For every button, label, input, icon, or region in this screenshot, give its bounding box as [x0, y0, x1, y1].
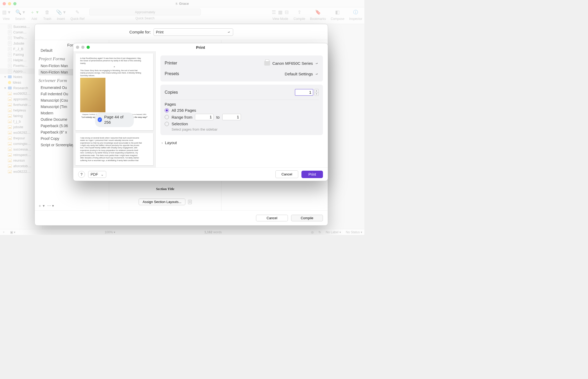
page-indicator-text: Page 44 of 256: [104, 114, 130, 125]
copies-label: Copies: [165, 90, 178, 95]
preview-text-line: experienced so that my prior knowledge w…: [80, 142, 148, 144]
print-dialog-title: Print: [196, 45, 205, 50]
preview-text-line: proficiencies wain. This feels more pain…: [80, 154, 148, 157]
layout-label: Layout: [165, 140, 177, 145]
preview-text-line: I was wrong on several levels when I ass…: [80, 137, 148, 139]
printer-value: Canon MF650C Series: [272, 61, 313, 66]
presets-select[interactable]: Default Settings ▴▾: [285, 71, 319, 76]
preview-text-line: experience proving to be lousy preparati…: [80, 149, 148, 152]
range-from-label: Range from: [172, 115, 192, 119]
copies-input[interactable]: [295, 89, 313, 96]
pdf-dropdown[interactable]: PDF ⌄: [88, 171, 106, 178]
printer-icon: [264, 61, 270, 66]
all-pages-label: All 256 Pages: [172, 108, 196, 113]
zoom-dialog-button[interactable]: [87, 46, 90, 49]
print-footer: ? PDF ⌄ Cancel Print: [73, 167, 328, 181]
compile-for-label: Compile for:: [129, 30, 151, 34]
preview-text-line: to that RootDirectory again? It was ther…: [80, 57, 148, 59]
close-dialog-button[interactable]: [76, 46, 79, 49]
preview-illustration: [80, 78, 105, 112]
pages-all-radio-row[interactable]: All 256 Pages: [165, 108, 319, 113]
pages-range-radio-row[interactable]: Range from to: [165, 114, 319, 120]
page-icon[interactable]: [188, 200, 192, 204]
check-icon: ✓: [97, 117, 102, 122]
page-thumbnail-45[interactable]: I was wrong on several levels when I ass…: [75, 133, 153, 165]
page-indicator-badge[interactable]: ✓ Page 44 of 256: [95, 113, 134, 127]
preview-text-line: easier as I aged. I presumed that I woul…: [80, 139, 148, 141]
compile-confirm-button[interactable]: Compile: [291, 215, 323, 221]
selection-label: Selection: [172, 122, 188, 126]
compile-top-bar: Compile for: Print ▴▾: [35, 24, 328, 40]
preview-text-line: true. I find myself freshly baffled with…: [80, 147, 148, 149]
print-confirm-button[interactable]: Print: [301, 171, 323, 178]
print-titlebar: Print: [73, 43, 328, 51]
presets-value: Default Settings: [285, 72, 313, 76]
range-to-label: to: [216, 115, 220, 119]
preview-divider: #: [80, 66, 148, 68]
page-thumbnail-44[interactable]: to that RootDirectory again? It was ther…: [75, 53, 153, 130]
chevron-right-icon: ›: [161, 140, 163, 145]
preview-text-line: the Grace of perseverance preserve my sa…: [80, 59, 148, 62]
compile-cancel-button[interactable]: Cancel: [256, 215, 288, 221]
preview-text-line: inanity.: [80, 62, 148, 64]
radio-all-pages[interactable]: [165, 108, 169, 113]
radio-selection[interactable]: [165, 122, 169, 126]
compile-for-value: Print: [156, 30, 164, 34]
copies-stepper[interactable]: ▴▾: [314, 89, 319, 96]
minimize-dialog-button[interactable]: [81, 46, 84, 49]
preview-text-line: Summary follows.: [80, 74, 148, 77]
presets-label: Presets: [165, 71, 179, 76]
preview-text-line: I might only rarely feel baffled. Almost…: [80, 144, 148, 147]
print-traffic-lights: [76, 46, 90, 49]
preview-text-line: This Grace Story finds me engaging in Wr…: [80, 69, 148, 72]
print-dialog: Print to that RootDirectory again? It wa…: [73, 43, 328, 181]
copies-pages-panel: Copies ▴▾ Pages All 256 Pages Range from: [160, 85, 323, 135]
chevron-updown-icon: ▴▾: [315, 71, 319, 76]
add-format-button[interactable]: ＋ ▾: [38, 204, 45, 208]
preview-text-line: After decades of living without much ego…: [80, 157, 148, 159]
pages-selection-radio-row[interactable]: Selection: [165, 122, 319, 126]
section-title-preview: Section Title: [156, 187, 174, 191]
help-button[interactable]: ?: [78, 171, 85, 178]
print-options-pane: Printer Canon MF650C Series ▴▾ Presets D…: [156, 51, 328, 167]
range-to-input[interactable]: [222, 114, 241, 120]
printer-presets-panel: Printer Canon MF650C Series ▴▾ Presets D…: [160, 55, 323, 81]
chevron-updown-icon: ▴▾: [227, 30, 231, 35]
format-options-button[interactable]: ⋯ ▾: [47, 204, 54, 208]
pages-section-header: Pages: [165, 102, 319, 106]
printer-label: Printer: [165, 61, 177, 66]
print-cancel-button[interactable]: Cancel: [275, 170, 298, 178]
printer-select[interactable]: Canon MF650C Series ▴▾: [264, 61, 319, 66]
compile-bottom-bar: Cancel Compile: [35, 210, 328, 225]
preview-text-line: next. Contrary to my earlier theory of e…: [80, 152, 148, 154]
pdf-label: PDF: [91, 172, 98, 176]
radio-range[interactable]: [165, 115, 169, 119]
preview-text-line: suffering from a wounded ego, a debilita…: [80, 159, 148, 162]
layout-disclosure[interactable]: › Layout: [160, 138, 323, 147]
assign-section-layouts-button[interactable]: Assign Section Layouts...: [139, 199, 185, 205]
range-from-input[interactable]: [195, 114, 214, 120]
print-preview-sidebar[interactable]: to that RootDirectory again? It was ther…: [73, 51, 156, 167]
chevron-down-icon: ⌄: [101, 172, 104, 176]
chevron-updown-icon: ▴▾: [315, 61, 319, 66]
compile-for-dropdown[interactable]: Print ▴▾: [154, 28, 233, 36]
selection-hint: Select pages from the sidebar: [172, 127, 319, 131]
preview-text-line: mainly produces wrongs. I find Grace lur…: [80, 72, 148, 74]
